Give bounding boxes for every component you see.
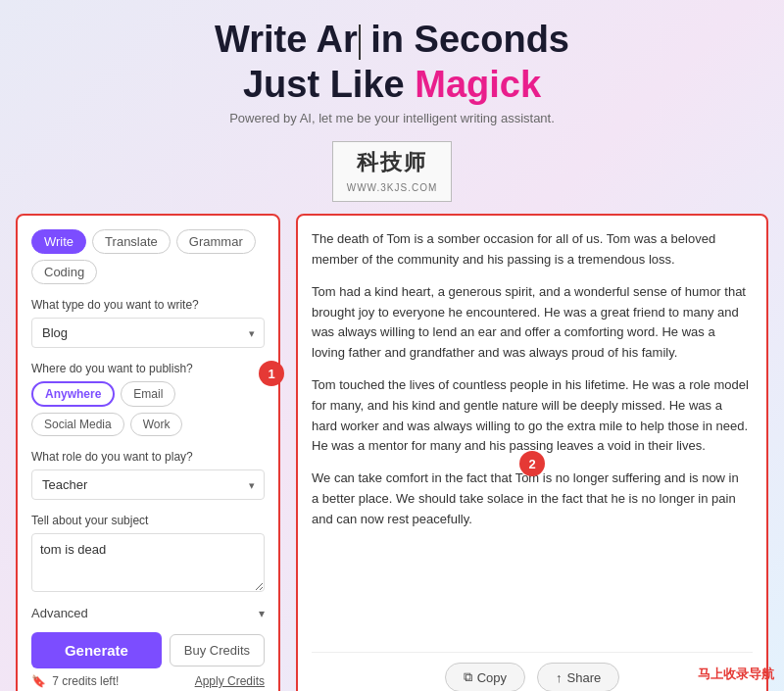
watermark-cn: 科技师 (347, 148, 438, 177)
output-para-2: Tom had a kind heart, a generous spirit,… (312, 282, 749, 364)
credits-left: 🔖 7 credits left! (31, 674, 119, 688)
output-text: The death of Tom is a somber occasion fo… (312, 229, 753, 652)
subject-label: Tell about your subject (31, 514, 265, 527)
output-para-1: The death of Tom is a somber occasion fo… (312, 229, 749, 271)
headline-1: Write Ar in Seconds (0, 18, 784, 63)
credits-left-text: 7 credits left! (52, 674, 119, 688)
publish-anywhere[interactable]: Anywhere (31, 381, 115, 407)
advanced-row[interactable]: Advanced ▾ (31, 606, 265, 620)
advanced-label: Advanced (31, 606, 88, 620)
role-label: What role do you want to play? (31, 450, 265, 464)
buy-credits-button[interactable]: Buy Credits (170, 634, 265, 666)
right-panel: 2 The death of Tom is a somber occasion … (296, 214, 768, 691)
publish-social[interactable]: Social Media (31, 413, 124, 436)
tabs: Write Translate Grammar Coding (31, 229, 265, 284)
tab-write[interactable]: Write (31, 229, 86, 254)
copy-button[interactable]: ⧉ Copy (445, 663, 525, 691)
copy-label: Copy (477, 670, 507, 685)
bottom-row: 🔖 7 credits left! Apply Credits (31, 674, 265, 688)
share-button[interactable]: ↑ Share (537, 663, 619, 691)
role-select-wrapper: Teacher ▾ (31, 469, 265, 500)
generate-row: Generate Buy Credits (31, 632, 265, 668)
type-select[interactable]: Blog (31, 318, 265, 348)
subject-textarea[interactable] (31, 533, 265, 592)
tab-translate[interactable]: Translate (92, 229, 171, 254)
generate-button[interactable]: Generate (31, 632, 162, 668)
subtitle: Powered by AI, let me be your intelligen… (0, 111, 784, 125)
watermark-url: WWW.3KJS.COM (347, 182, 438, 193)
publish-work[interactable]: Work (130, 413, 183, 436)
apply-credits-link[interactable]: Apply Credits (195, 674, 265, 688)
tab-coding[interactable]: Coding (31, 260, 97, 284)
headline-2: Just Like Magick (0, 63, 784, 108)
headline-1-text2: in Seconds (361, 19, 569, 60)
watermark-area: 科技师 WWW.3KJS.COM (0, 141, 784, 202)
share-icon: ↑ (556, 670, 563, 685)
main-content: 1 Write Translate Grammar Coding What ty… (0, 214, 784, 691)
headline-2-text1: Just Like (243, 64, 415, 105)
step-badge-2: 2 (519, 451, 545, 476)
copy-icon: ⧉ (464, 669, 472, 685)
header: Write Ar in Seconds Just Like Magick Pow… (0, 0, 784, 135)
credits-icon: 🔖 (31, 674, 46, 688)
share-label: Share (567, 670, 602, 685)
publish-label: Where do you want to publish? (31, 362, 265, 375)
step-badge-2-wrapper: 2 (519, 451, 545, 476)
headline-2-magick: Magick (415, 64, 541, 105)
publish-email[interactable]: Email (121, 381, 175, 407)
type-label: What type do you want to write? (31, 298, 265, 312)
headline-1-text1: Write Ar (215, 19, 358, 60)
left-panel: 1 Write Translate Grammar Coding What ty… (16, 214, 280, 691)
advanced-arrow: ▾ (259, 607, 265, 620)
step-badge-1: 1 (259, 361, 284, 386)
output-actions: ⧉ Copy ↑ Share (312, 652, 753, 691)
output-para-3: Tom touched the lives of countless peopl… (312, 375, 749, 457)
tab-grammar[interactable]: Grammar (176, 229, 256, 254)
publish-options: Anywhere Email Social Media Work (31, 381, 265, 436)
output-para-4: We can take comfort in the fact that Tom… (312, 469, 749, 529)
type-select-wrapper: Blog ▾ (31, 318, 265, 348)
footer-watermark: 马上收录导航 (698, 666, 774, 683)
watermark-box: 科技师 WWW.3KJS.COM (332, 141, 453, 202)
role-select[interactable]: Teacher (31, 469, 265, 500)
